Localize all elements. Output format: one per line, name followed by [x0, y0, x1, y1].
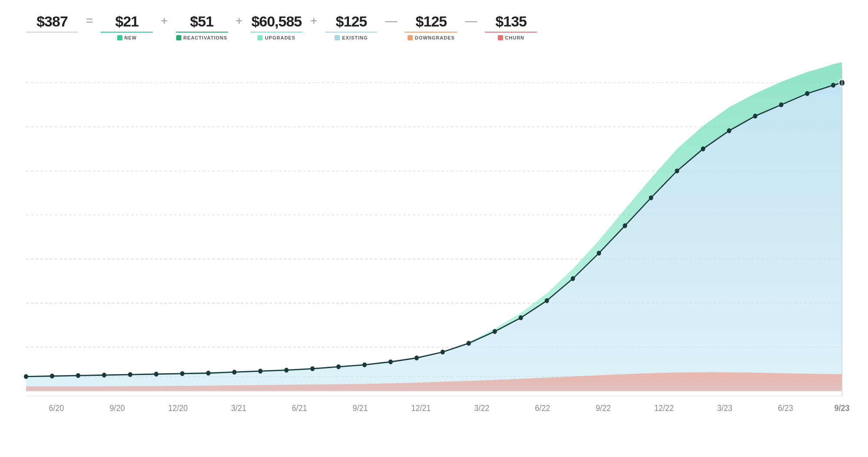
metric-upgrades-label: UPGRADES [257, 35, 295, 40]
chart-dot [649, 195, 653, 200]
chart-dot [441, 350, 445, 355]
upgrades-legend-dot [257, 35, 263, 40]
new-legend-dot [117, 35, 122, 40]
metric-churn-value: $135 [496, 13, 527, 30]
chart-dot [284, 368, 289, 372]
chart-dot [76, 373, 80, 378]
chart-dot [336, 364, 341, 369]
operator-1: = [78, 14, 101, 28]
chart-dot [675, 168, 679, 173]
chart-dot [727, 128, 731, 133]
metric-churn-label: CHURN [498, 35, 525, 40]
x-label-920: 9/20 [109, 403, 125, 413]
chart-container: 6/20 9/20 12/20 3/21 6/21 9/21 12/21 3/2… [17, 53, 851, 457]
metric-churn: $135 CHURN [485, 13, 537, 40]
chart-dot [519, 316, 523, 320]
x-label-622: 6/22 [535, 403, 550, 413]
x-label-321: 3/21 [231, 403, 246, 413]
metric-upgrades-value: $60,585 [251, 13, 302, 30]
reactivations-legend-dot [176, 35, 181, 40]
x-label-922: 9/22 [595, 403, 611, 413]
chart-svg: 6/20 9/20 12/20 3/21 6/21 9/21 12/21 3/2… [17, 53, 851, 435]
x-label-923: 9/23 [834, 403, 849, 413]
chart-dot [701, 146, 705, 151]
x-label-1221: 12/21 [411, 403, 431, 413]
downgrades-legend-dot [408, 35, 413, 40]
chart-dot [24, 374, 28, 379]
operator-4: + [302, 14, 325, 28]
x-label-620: 6/20 [49, 403, 64, 413]
chart-dot [128, 372, 132, 377]
metric-upgrades: $60,585 UPGRADES [250, 13, 302, 40]
metrics-row: $387 = $21 NEW + $51 REACTIVATIONS + [17, 13, 851, 40]
operator-3: + [228, 14, 250, 28]
chart-dot [310, 366, 315, 371]
existing-legend-dot [335, 35, 340, 40]
metric-downgrades-label: DOWNGRADES [408, 35, 455, 40]
chart-dot [597, 251, 601, 256]
metric-downgrades: $125 DOWNGRADES [405, 13, 457, 40]
chart-dot [362, 362, 367, 367]
metric-reactivations: $51 REACTIVATIONS [176, 13, 228, 40]
chart-dot [779, 102, 783, 107]
metric-reactivations-value: $51 [190, 13, 214, 30]
chart-dot [180, 371, 184, 376]
chart-dot [753, 114, 757, 118]
chart-dot [805, 91, 809, 96]
x-label-623: 6/23 [778, 403, 793, 413]
chart-dot [467, 341, 471, 345]
chart-dot [102, 373, 106, 378]
operator-2: + [153, 14, 175, 28]
operator-6: — [457, 14, 485, 28]
dashboard-container: $387 = $21 NEW + $51 REACTIVATIONS + [0, 0, 868, 457]
metric-reactivations-label: REACTIVATIONS [176, 35, 227, 40]
metric-downgrades-value: $125 [416, 13, 447, 30]
x-label-1222: 12/22 [654, 403, 674, 413]
chart-dot [831, 83, 835, 88]
chart-dot [493, 329, 497, 334]
metric-new-label: NEW [117, 35, 137, 40]
metric-existing-value: $125 [336, 13, 367, 30]
operator-5: — [377, 14, 405, 28]
metric-net-value: $387 [36, 13, 68, 30]
chart-dot [232, 370, 237, 375]
chart-dot [571, 276, 575, 281]
metric-new-value: $21 [115, 13, 138, 30]
chart-dot [388, 359, 393, 364]
chart-dot [258, 369, 263, 374]
metric-net: $387 [26, 13, 78, 35]
chart-dot [414, 355, 419, 360]
chart-dot [50, 374, 54, 378]
x-label-322: 3/22 [474, 403, 489, 413]
chart-dot [545, 298, 549, 303]
x-label-1220: 12/20 [168, 403, 187, 413]
chart-dot [206, 371, 210, 375]
metric-new: $21 NEW [101, 13, 153, 40]
metric-existing: $125 EXISTING [325, 13, 377, 40]
x-label-621: 6/21 [292, 403, 307, 413]
churn-legend-dot [498, 35, 503, 40]
x-label-323: 3/23 [717, 403, 732, 413]
metric-existing-label: EXISTING [335, 35, 368, 40]
chart-dot [623, 223, 627, 228]
chart-dot [154, 372, 158, 376]
x-label-921: 9/21 [352, 403, 368, 413]
